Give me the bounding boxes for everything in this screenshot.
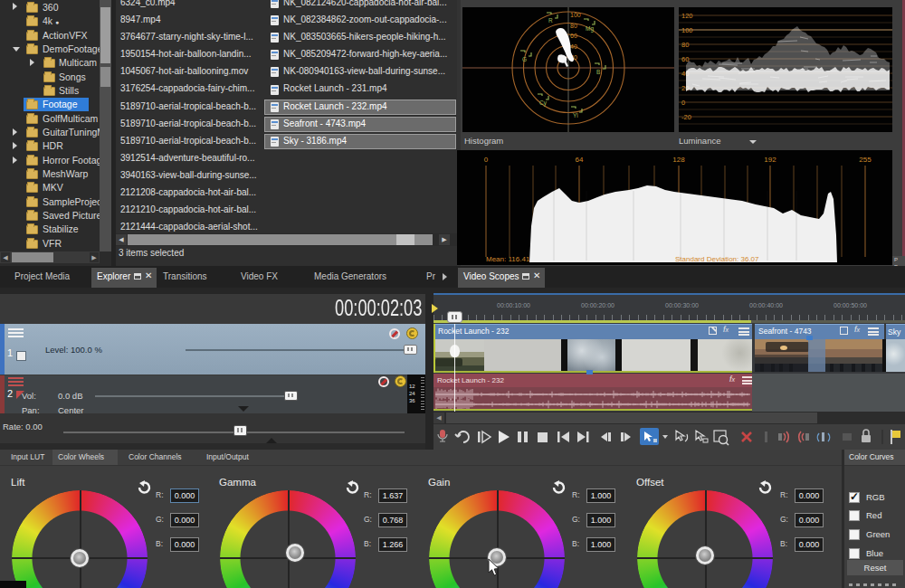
svg-text:Cy: Cy <box>539 100 548 107</box>
svg-text:0: 0 <box>484 156 489 164</box>
svg-text:100: 100 <box>681 26 693 34</box>
svg-text:Mg: Mg <box>586 25 594 33</box>
svg-text:Yl: Yl <box>573 112 578 119</box>
svg-text:Mean: 116.41: Mean: 116.41 <box>486 255 530 263</box>
svg-text:R: R <box>548 17 553 24</box>
svg-text:0: 0 <box>681 99 685 107</box>
svg-text:80: 80 <box>570 23 577 29</box>
svg-text:-20: -20 <box>681 113 691 121</box>
svg-text:192: 192 <box>764 156 776 164</box>
svg-text:255: 255 <box>859 156 872 164</box>
svg-text:60: 60 <box>570 33 577 39</box>
svg-text:128: 128 <box>672 156 685 164</box>
svg-text:G: G <box>522 56 527 62</box>
svg-text:100: 100 <box>570 12 581 18</box>
svg-text:B: B <box>596 69 600 75</box>
svg-text:120: 120 <box>681 12 693 20</box>
svg-text:64: 64 <box>576 156 584 164</box>
svg-text:Standard Deviation: 36.07: Standard Deviation: 36.07 <box>675 255 759 263</box>
svg-text:80: 80 <box>681 41 689 49</box>
svg-text:40: 40 <box>570 43 577 50</box>
